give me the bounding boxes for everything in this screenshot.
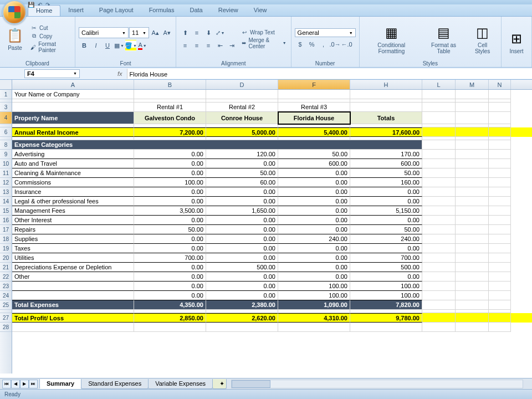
col-header-M[interactable]: M — [456, 80, 489, 89]
cell[interactable] — [456, 206, 489, 216]
cell[interactable]: 0.00 — [134, 197, 206, 206]
cell[interactable]: Conroe House — [206, 112, 278, 124]
cell[interactable]: Galveston Condo — [134, 112, 206, 124]
cell[interactable] — [206, 90, 278, 99]
cell[interactable] — [422, 103, 456, 112]
conditional-formatting-button[interactable]: ▦Conditional Formatting — [363, 23, 420, 55]
cell[interactable] — [489, 127, 511, 137]
cell[interactable]: Rental #1 — [134, 103, 206, 112]
cell[interactable]: 0.00 — [134, 168, 206, 178]
cell[interactable]: Auto and Travel — [12, 159, 134, 168]
cell[interactable] — [134, 90, 206, 99]
cell[interactable] — [456, 272, 489, 282]
cell[interactable] — [422, 206, 456, 216]
row-header-24[interactable]: 24 — [0, 291, 12, 300]
row-header-28[interactable]: 28 — [0, 323, 12, 332]
cell[interactable] — [456, 197, 489, 206]
cell[interactable]: 0.00 — [350, 216, 422, 225]
cell[interactable]: Advertising — [12, 150, 134, 159]
cell[interactable]: 0.00 — [278, 225, 350, 234]
cell[interactable] — [489, 282, 511, 291]
cell[interactable]: 0.00 — [278, 216, 350, 225]
cell[interactable]: 160.00 — [350, 178, 422, 187]
col-header-L[interactable]: L — [422, 80, 456, 89]
cell[interactable]: 0.00 — [206, 216, 278, 225]
cell[interactable] — [422, 90, 456, 99]
cell[interactable] — [456, 282, 489, 291]
cell[interactable]: 0.00 — [134, 187, 206, 197]
cell[interactable]: Other Interest — [12, 216, 134, 225]
cell[interactable]: 600.00 — [350, 159, 422, 168]
cell[interactable]: 0.00 — [134, 282, 206, 291]
border-button[interactable]: ▦▼ — [114, 40, 125, 51]
cell[interactable] — [489, 140, 511, 150]
row-header-17[interactable]: 17 — [0, 225, 12, 234]
indent-inc-button[interactable]: ⇥ — [226, 40, 237, 51]
row-header-1[interactable]: 1 — [0, 90, 12, 99]
cell[interactable]: 7,820.00 — [350, 300, 422, 310]
wrap-text-button[interactable]: ↩Wrap Text — [239, 29, 288, 36]
save-icon[interactable]: 💾 — [28, 2, 34, 8]
comma-button[interactable]: , — [318, 39, 329, 50]
row-header-4[interactable]: 4 — [0, 112, 12, 124]
cut-button[interactable]: ✂Cut — [29, 24, 71, 32]
percent-button[interactable]: % — [306, 39, 318, 50]
horizontal-scrollbar[interactable] — [231, 380, 523, 388]
underline-button[interactable]: U — [102, 40, 113, 51]
align-right-button[interactable]: ≡ — [203, 40, 214, 51]
cell[interactable]: Cleaning & Maintenance — [12, 168, 134, 178]
cell[interactable]: Other — [12, 272, 134, 282]
cell[interactable]: 500.00 — [350, 263, 422, 272]
cell[interactable] — [422, 244, 456, 253]
cell[interactable] — [456, 168, 489, 178]
cell[interactable]: Repairs — [12, 225, 134, 234]
cell[interactable]: Utilities — [12, 253, 134, 263]
cell[interactable] — [489, 187, 511, 197]
font-color-button[interactable]: A▼ — [137, 40, 148, 51]
col-header-D[interactable]: D — [206, 80, 278, 89]
cell[interactable]: Totals — [350, 112, 422, 124]
name-box[interactable]: F4▼ — [24, 69, 80, 78]
cell[interactable]: Expense Categories — [12, 140, 422, 150]
row-header-13[interactable]: 13 — [0, 187, 12, 197]
cell[interactable]: 9,780.00 — [350, 313, 422, 323]
cell[interactable] — [456, 313, 489, 323]
cell[interactable]: 0.00 — [278, 272, 350, 282]
cell[interactable] — [456, 234, 489, 244]
cell[interactable]: 5,400.00 — [278, 127, 350, 137]
cell[interactable]: 0.00 — [134, 263, 206, 272]
row-header-11[interactable]: 11 — [0, 168, 12, 178]
sheet-tab-variable-expenses[interactable]: Variable Expenses — [148, 379, 213, 389]
cell[interactable]: 5,150.00 — [350, 206, 422, 216]
align-middle-button[interactable]: ≡ — [191, 27, 202, 38]
cell[interactable]: Commissions — [12, 178, 134, 187]
row-header-8[interactable]: 8 — [0, 140, 12, 150]
row-header-19[interactable]: 19 — [0, 244, 12, 253]
cell[interactable] — [456, 225, 489, 234]
cell[interactable]: 0.00 — [206, 187, 278, 197]
cell[interactable]: Total Expenses — [12, 300, 134, 310]
cell[interactable]: 0.00 — [278, 168, 350, 178]
cell[interactable]: 600.00 — [278, 159, 350, 168]
cell[interactable] — [422, 140, 456, 150]
cell[interactable]: 0.00 — [278, 253, 350, 263]
cell[interactable] — [456, 187, 489, 197]
align-left-button[interactable]: ≡ — [180, 40, 191, 51]
cell[interactable]: 0.00 — [206, 197, 278, 206]
cell[interactable]: 0.00 — [134, 150, 206, 159]
cell[interactable]: 100.00 — [278, 282, 350, 291]
cell[interactable] — [422, 282, 456, 291]
cell[interactable] — [456, 90, 489, 99]
sheet-nav-first[interactable]: ⏮ — [2, 380, 11, 388]
cell[interactable] — [422, 159, 456, 168]
row-header-15[interactable]: 15 — [0, 206, 12, 216]
cell[interactable]: 0.00 — [134, 159, 206, 168]
insert-cells-button[interactable]: ⊞Insert — [505, 29, 528, 55]
sheet-nav-next[interactable]: ▶ — [20, 380, 29, 388]
cell[interactable]: 0.00 — [206, 253, 278, 263]
align-center-button[interactable]: ≡ — [191, 40, 202, 51]
col-header-F[interactable]: F — [278, 80, 350, 89]
cell[interactable] — [489, 291, 511, 300]
cell[interactable]: 0.00 — [278, 187, 350, 197]
cell[interactable] — [489, 168, 511, 178]
